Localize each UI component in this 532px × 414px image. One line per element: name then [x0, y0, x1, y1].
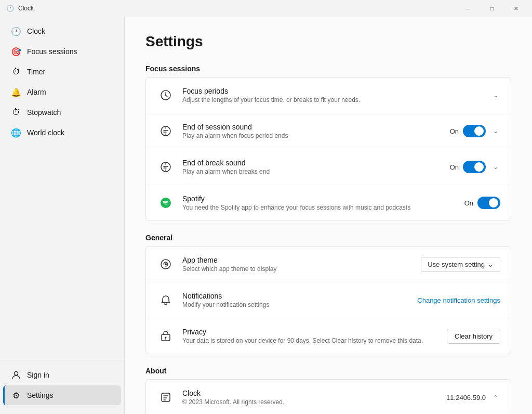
sidebar-label-clock: Clock [27, 27, 45, 35]
privacy-row: Privacy Your data is stored on your devi… [146, 318, 511, 354]
svg-point-2 [165, 95, 166, 96]
sidebar-label-focus: Focus sessions [27, 47, 77, 56]
end-session-text: End of session sound Play an alarm when … [182, 123, 450, 139]
focus-periods-control: ⌄ [491, 89, 500, 101]
spotify-row: Spotify You need the Spotify app to enha… [146, 185, 511, 221]
settings-icon: ⚙ [11, 391, 21, 400]
section-title-general: General [145, 234, 511, 242]
app-theme-value: Use system setting [428, 261, 485, 268]
close-button[interactable]: ✕ [504, 0, 528, 17]
end-session-toggle-label: On [450, 127, 459, 135]
section-title-about: About [145, 367, 511, 375]
sidebar-label-timer: Timer [27, 68, 45, 76]
sidebar-label-alarm: Alarm [27, 88, 46, 96]
spotify-icon [156, 193, 175, 212]
end-session-toggle-container: On [450, 125, 486, 137]
end-break-row: End of break sound Play an alarm when br… [146, 149, 511, 185]
page-title: Settings [145, 33, 511, 50]
spotify-control: On [464, 197, 500, 209]
title-bar-left: 🕐 Clock [6, 5, 34, 12]
end-break-toggle-label: On [450, 163, 459, 171]
about-clock-control: 11.2406.59.0 ⌄ [446, 392, 500, 403]
notifications-control: Change notification settings [417, 296, 500, 304]
about-clock-desc: © 2023 Microsoft. All rights reserved. [182, 398, 446, 406]
notifications-text: Notifications Modify your notification s… [182, 292, 417, 308]
end-break-desc: Play an alarm when breaks end [182, 168, 450, 175]
notifications-icon [156, 291, 175, 309]
general-card: App theme Select which app theme to disp… [145, 246, 511, 354]
privacy-control: Clear history [447, 329, 500, 344]
sidebar-item-alarm[interactable]: 🔔 Alarm [3, 82, 121, 102]
alarm-icon: 🔔 [11, 87, 21, 97]
app-theme-desc: Select which app theme to display [182, 265, 421, 273]
app-theme-text: App theme Select which app theme to disp… [182, 256, 421, 273]
sidebar-label-signin: Sign in [27, 371, 49, 379]
sidebar-bottom: Sign in ⚙ Settings [0, 360, 124, 410]
focus-periods-row: Focus periods Adjust the lengths of your… [146, 77, 511, 113]
svg-point-0 [15, 372, 18, 376]
spotify-title: Spotify [182, 195, 464, 203]
sidebar-item-worldclock[interactable]: 🌐 World clock [3, 123, 121, 143]
end-session-control: On ⌄ [450, 125, 500, 137]
app-theme-chevron-icon: ⌄ [488, 261, 494, 268]
end-session-chevron[interactable]: ⌄ [491, 125, 500, 137]
focus-icon: 🎯 [11, 47, 21, 56]
about-clock-title: Clock [182, 389, 446, 397]
about-clock-row: Clock © 2023 Microsoft. All rights reser… [146, 380, 511, 414]
maximize-button[interactable]: □ [480, 0, 504, 17]
sidebar: 🕐 Clock 🎯 Focus sessions ⏱ Timer 🔔 Alarm… [0, 17, 125, 414]
change-notifications-link[interactable]: Change notification settings [417, 296, 500, 304]
sidebar-item-settings[interactable]: ⚙ Settings [3, 385, 121, 405]
sidebar-label-worldclock: World clock [27, 128, 64, 137]
spotify-desc: You need the Spotify app to enhance your… [182, 204, 464, 211]
app-theme-row: App theme Select which app theme to disp… [146, 247, 511, 282]
sidebar-label-stopwatch: Stopwatch [27, 108, 61, 117]
app-theme-dropdown[interactable]: Use system setting ⌄ [421, 257, 500, 272]
end-session-desc: Play an alarm when focus period ends [182, 132, 450, 139]
title-bar: 🕐 Clock – □ ✕ [0, 0, 532, 17]
signin-icon [11, 370, 21, 380]
focus-periods-chevron[interactable]: ⌄ [491, 89, 500, 101]
spotify-text: Spotify You need the Spotify app to enha… [182, 195, 464, 211]
end-break-toggle[interactable] [463, 161, 486, 173]
sidebar-label-settings: Settings [27, 391, 54, 399]
minimize-button[interactable]: – [456, 0, 480, 17]
end-break-icon [156, 158, 175, 176]
sidebar-item-clock[interactable]: 🕐 Clock [3, 21, 121, 41]
focus-periods-icon [156, 86, 175, 105]
section-title-focus: Focus sessions [145, 64, 511, 73]
about-clock-icon [156, 388, 175, 407]
privacy-icon [156, 327, 175, 345]
about-card: Clock © 2023 Microsoft. All rights reser… [145, 379, 511, 414]
focus-sessions-card: Focus periods Adjust the lengths of your… [145, 77, 511, 221]
end-break-text: End of break sound Play an alarm when br… [182, 159, 450, 175]
clear-history-button[interactable]: Clear history [447, 329, 500, 344]
sidebar-item-focus[interactable]: 🎯 Focus sessions [3, 42, 121, 61]
focus-periods-text: Focus periods Adjust the lengths of your… [182, 87, 491, 104]
end-session-icon [156, 122, 175, 140]
sidebar-item-signin[interactable]: Sign in [3, 365, 121, 385]
end-break-chevron[interactable]: ⌄ [491, 161, 500, 173]
spotify-toggle-container: On [464, 197, 500, 209]
timer-icon: ⏱ [11, 67, 21, 76]
app-body: 🕐 Clock 🎯 Focus sessions ⏱ Timer 🔔 Alarm… [0, 17, 532, 414]
about-clock-chevron[interactable]: ⌄ [491, 392, 500, 403]
app-theme-icon [156, 255, 175, 274]
worldclock-icon: 🌐 [11, 128, 21, 137]
sidebar-item-timer[interactable]: ⏱ Timer [3, 62, 121, 82]
privacy-text: Privacy Your data is stored on your devi… [182, 328, 447, 344]
about-clock-version: 11.2406.59.0 [446, 394, 486, 402]
end-session-title: End of session sound [182, 123, 450, 131]
sidebar-nav: 🕐 Clock 🎯 Focus sessions ⏱ Timer 🔔 Alarm… [0, 21, 124, 356]
app-title-icon: 🕐 [6, 5, 14, 12]
spotify-toggle-label: On [464, 199, 473, 207]
notifications-desc: Modify your notification settings [182, 301, 417, 308]
stopwatch-icon: ⏱ [11, 108, 21, 117]
end-session-toggle[interactable] [463, 125, 486, 137]
sidebar-item-stopwatch[interactable]: ⏱ Stopwatch [3, 102, 121, 122]
end-break-title: End of break sound [182, 159, 450, 167]
main-content: Settings Focus sessions Focus periods Ad… [125, 17, 532, 414]
clock-icon: 🕐 [11, 27, 21, 36]
notifications-row: Notifications Modify your notification s… [146, 282, 511, 318]
spotify-toggle[interactable] [477, 197, 500, 209]
